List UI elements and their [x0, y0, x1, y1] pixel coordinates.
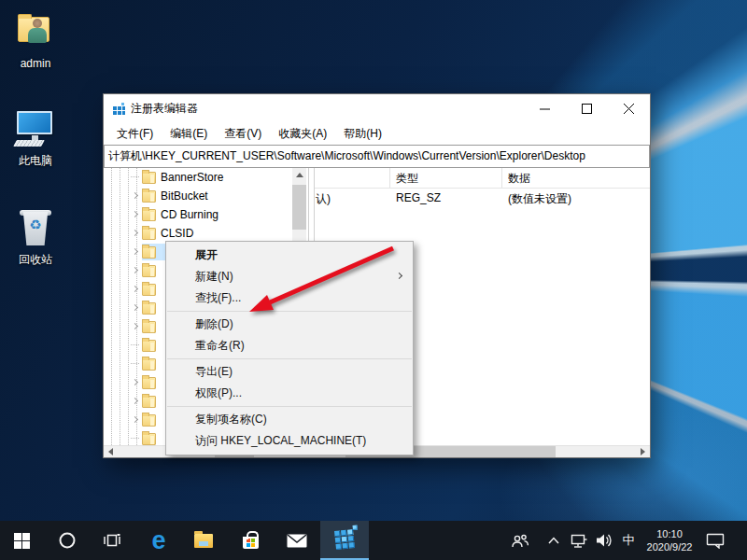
context-menu-item-export[interactable]: 导出(E): [166, 361, 413, 383]
chevron-right-icon[interactable]: [132, 323, 138, 329]
clock[interactable]: 10:10 2020/9/22: [641, 521, 698, 560]
action-center-icon: [706, 533, 725, 549]
column-header-type[interactable]: 类型: [396, 171, 418, 187]
address-bar[interactable]: 计算机\HKEY_CURRENT_USER\Software\Microsoft…: [104, 145, 650, 168]
chevron-right-icon[interactable]: [132, 192, 138, 199]
context-menu-item-copy-key-name[interactable]: 复制项名称(C): [166, 409, 413, 430]
context-menu-item-new[interactable]: 新建(N): [166, 266, 413, 287]
cortana-icon: [58, 531, 77, 550]
column-divider[interactable]: [389, 168, 390, 188]
chevron-right-icon[interactable]: [132, 248, 138, 255]
maximize-icon: [582, 104, 592, 114]
menu-bar: 文件(F) 编辑(E) 查看(V) 收藏夹(A) 帮助(H): [104, 123, 650, 145]
chevron-right-icon[interactable]: [132, 211, 138, 217]
chevron-right-icon[interactable]: [132, 230, 138, 236]
language-indicator[interactable]: 中: [616, 521, 641, 560]
context-menu: 展开 新建(N) 查找(F)... 删除(D) 重命名(R) 导出(E) 权限(…: [165, 241, 414, 455]
tree-item-cd-burning[interactable]: CD Burning: [104, 205, 308, 224]
cortana-button[interactable]: [47, 521, 88, 560]
desktop-icon-admin[interactable]: admin: [2, 11, 69, 70]
mail-icon: [287, 534, 307, 548]
tree-elbow: [131, 438, 139, 439]
menu-separator: [167, 311, 412, 312]
volume-icon: [596, 533, 613, 548]
column-header-data[interactable]: 数据: [508, 171, 530, 187]
scroll-right-arrow[interactable]: [637, 446, 649, 457]
mail-button[interactable]: [276, 521, 317, 560]
chevron-right-icon[interactable]: [132, 379, 138, 385]
context-menu-item-find[interactable]: 查找(F)...: [166, 287, 413, 309]
folder-icon: [142, 302, 156, 315]
minimize-button[interactable]: [524, 94, 566, 123]
value-data: (数值未设置): [508, 191, 571, 207]
title-bar[interactable]: 注册表编辑器: [104, 94, 650, 123]
chevron-right-icon[interactable]: [132, 398, 138, 404]
clock-date: 2020/9/22: [647, 540, 693, 553]
menu-view[interactable]: 查看(V): [216, 123, 270, 145]
tree-item-clsid[interactable]: CLSID: [104, 224, 308, 243]
folder-icon: [142, 246, 156, 259]
desktop: admin 此电脑 ♻ 回收站 注册表编辑器: [0, 0, 747, 560]
menu-file[interactable]: 文件(F): [108, 123, 162, 145]
folder-icon: [142, 209, 156, 221]
clock-time: 10:10: [647, 527, 693, 540]
store-button[interactable]: [230, 521, 271, 560]
tree-elbow: [131, 344, 139, 345]
close-button[interactable]: [608, 94, 650, 123]
volume-button[interactable]: [592, 521, 616, 560]
menu-help[interactable]: 帮助(H): [335, 123, 390, 145]
folder-icon: [142, 172, 156, 184]
regedit-app-icon: [113, 103, 125, 115]
maximize-button[interactable]: [566, 94, 608, 123]
action-center-button[interactable]: [698, 521, 732, 560]
desktop-icon-label: 此电脑: [2, 153, 69, 169]
tree-item-bitbucket[interactable]: BitBucket: [104, 187, 308, 205]
recycle-bin-icon: ♻: [2, 206, 69, 251]
chevron-right-icon[interactable]: [132, 286, 138, 292]
context-menu-item-permissions[interactable]: 权限(P)...: [166, 383, 413, 404]
tree-item-bannerstore[interactable]: BannerStore: [104, 168, 308, 187]
edge-button[interactable]: e: [138, 521, 179, 560]
regedit-taskbar-button[interactable]: [320, 521, 369, 560]
context-menu-item-rename[interactable]: 重命名(R): [166, 335, 413, 357]
chevron-right-icon[interactable]: [132, 304, 138, 311]
value-row-default[interactable]: 认) REG_SZ (数值未设置): [315, 191, 650, 209]
desktop-icon-this-pc[interactable]: 此电脑: [2, 107, 69, 169]
menu-separator: [167, 358, 412, 359]
folder-icon: [142, 414, 156, 427]
menu-edit[interactable]: 编辑(E): [162, 123, 216, 145]
windows-logo-icon: [14, 533, 30, 549]
menu-separator: [167, 406, 412, 407]
people-icon: [511, 533, 529, 549]
tray-expand-button[interactable]: [542, 521, 566, 560]
submenu-arrow-icon: [396, 273, 402, 279]
network-button[interactable]: [566, 521, 592, 560]
store-icon: [243, 537, 259, 549]
tree-elbow: [131, 176, 139, 177]
file-explorer-button[interactable]: [183, 521, 224, 560]
people-button[interactable]: [504, 521, 536, 560]
user-folder-icon: [2, 11, 69, 56]
folder-icon: [142, 396, 156, 408]
task-view-icon: [103, 532, 121, 549]
desktop-icon-label: admin: [2, 57, 69, 70]
desktop-icon-recycle-bin[interactable]: ♻ 回收站: [2, 206, 69, 268]
minimize-icon: [540, 104, 550, 114]
context-menu-item-delete[interactable]: 删除(D): [166, 314, 413, 335]
scroll-left-arrow[interactable]: [105, 446, 117, 457]
chevron-right-icon[interactable]: [132, 416, 138, 423]
context-menu-item-goto-hklm[interactable]: 访问 HKEY_LOCAL_MACHINE(T): [166, 430, 413, 452]
tree-elbow: [131, 363, 139, 364]
start-button[interactable]: [0, 521, 43, 560]
column-divider[interactable]: [501, 168, 502, 188]
network-icon: [570, 533, 588, 549]
task-view-button[interactable]: [92, 521, 133, 560]
value-type: REG_SZ: [396, 191, 441, 204]
menu-favorites[interactable]: 收藏夹(A): [270, 123, 335, 145]
close-icon: [624, 104, 634, 114]
window-title: 注册表编辑器: [131, 101, 524, 117]
folder-icon: [142, 265, 156, 277]
folder-icon: [142, 433, 156, 445]
context-menu-item-expand[interactable]: 展开: [166, 245, 413, 266]
chevron-right-icon[interactable]: [132, 267, 138, 273]
